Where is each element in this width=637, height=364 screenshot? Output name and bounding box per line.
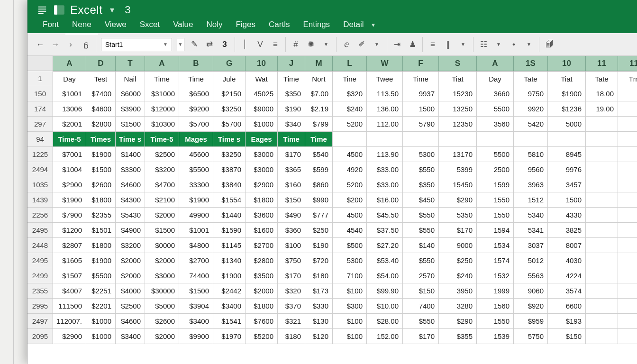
cell[interactable]: 4500 [333,147,367,162]
cell[interactable]: Tate [586,72,618,86]
row-header[interactable]: 2355 [27,283,53,299]
cell[interactable] [367,132,403,147]
cell[interactable]: 5340 [514,208,548,223]
cell[interactable]: $2251 [86,283,116,299]
cell[interactable]: 13006 [53,101,86,117]
cell[interactable]: $2500 [145,147,179,162]
cell[interactable]: 2570 [403,268,439,283]
cell[interactable] [586,132,618,147]
chevron-down-icon[interactable]: ▼ [372,39,382,50]
column-header[interactable]: B [179,56,213,71]
cell[interactable]: $16.00 [367,192,403,208]
cell[interactable]: $1145 [213,238,246,253]
cell[interactable]: 9560 [514,162,548,177]
cell[interactable]: 112007. [53,314,86,329]
cell[interactable]: 7400 [403,299,439,314]
cell[interactable]: $4007 [53,283,86,299]
cell[interactable]: 5500 [477,147,514,162]
cell[interactable]: $2.19 [305,101,333,117]
cell[interactable]: 2 [618,283,637,299]
cell[interactable]: $550 [403,223,439,238]
cell[interactable]: 1594 [477,223,514,238]
cell[interactable]: $4700 [145,177,179,192]
cell[interactable]: $1900 [213,268,246,283]
cell[interactable]: $170 [439,223,477,238]
cell[interactable]: $1000 [246,117,278,132]
cell[interactable] [586,253,618,268]
cell[interactable]: Day [53,72,86,86]
cell[interactable]: $7900 [53,208,86,223]
link2-icon[interactable]: ⅇ [341,39,352,50]
cell[interactable]: 8945 [548,147,586,162]
cell[interactable]: $180 [278,329,305,344]
cell[interactable]: $1500 [86,162,116,177]
cell[interactable]: Time s [116,132,145,147]
chevron-down-icon[interactable]: ▼ [524,39,534,50]
cell[interactable]: $3900 [116,101,145,117]
cell[interactable]: 19.00 [586,101,618,117]
cell[interactable]: 113.50 [367,86,403,101]
cell[interactable]: $2000 [246,283,278,299]
cell[interactable]: 17 [618,208,637,223]
select-all-corner[interactable] [27,56,53,71]
cell[interactable]: $193 [548,314,586,329]
indent-icon[interactable]: ⇥ [392,39,402,50]
cell[interactable]: $1501 [86,223,116,238]
cell[interactable]: $3200 [116,238,145,253]
cell[interactable]: $330 [305,299,333,314]
cell[interactable]: $100 [333,283,367,299]
cell[interactable]: $2000 [145,329,179,344]
cell[interactable]: 4540 [333,223,367,238]
chevron-right-icon[interactable]: › [65,39,76,50]
cell[interactable]: $799 [305,117,333,132]
cell[interactable]: $4600 [116,314,145,329]
column-header[interactable]: W [367,56,403,71]
cell[interactable]: 1599 [477,177,514,192]
cell[interactable]: 1550 [477,208,514,223]
cell[interactable]: $33.00 [367,162,403,177]
cell[interactable]: $355 [439,329,477,344]
cell[interactable]: $12000 [145,101,179,117]
cell[interactable]: $180 [305,268,333,283]
cell[interactable]: 1550 [477,192,514,208]
column-header[interactable]: S [439,56,477,71]
cell[interactable]: $540 [305,147,333,162]
cell[interactable] [586,268,618,283]
cell[interactable] [514,132,548,147]
cell[interactable]: $3 [618,177,637,192]
cell[interactable]: $860 [305,177,333,192]
row-header[interactable]: 150 [27,86,53,101]
cell[interactable]: $30000 [145,283,179,299]
cell[interactable]: Tate [514,72,548,86]
cell[interactable]: 6600 [548,299,586,314]
cell[interactable]: $1900 [86,147,116,162]
cell[interactable]: $200 [333,192,367,208]
row-header[interactable]: 1 [27,71,53,86]
cell[interactable]: $3870 [213,162,246,177]
cell[interactable]: 4030 [548,253,586,268]
cell[interactable]: 3560 [477,117,514,132]
cell[interactable]: 113.90 [367,147,403,162]
menu-cartls[interactable]: Cartls [262,18,296,35]
cell[interactable]: $190 [278,101,305,117]
cell[interactable]: 5200 [333,117,367,132]
cell[interactable]: Time [179,72,213,86]
column-header[interactable]: J [278,56,305,71]
cell[interactable]: $240 [333,101,367,117]
cell[interactable]: $100 [333,329,367,344]
cell[interactable]: 5012 [514,253,548,268]
cell[interactable]: $2000 [116,268,145,283]
cell[interactable]: $750 [278,253,305,268]
cell[interactable]: $53.40 [367,253,403,268]
cell[interactable]: $3250 [213,101,246,117]
cell[interactable] [586,208,618,223]
cell[interactable]: $54.00 [367,268,403,283]
cell[interactable]: 9750 [514,86,548,101]
cell[interactable]: $1500 [179,283,213,299]
cell[interactable]: $2150 [213,86,246,101]
cell[interactable]: 1550 [477,314,514,329]
cell[interactable]: Day [477,72,514,86]
cell[interactable]: $450 [403,192,439,208]
cell[interactable]: $5430 [116,208,145,223]
cell[interactable]: $2800 [246,253,278,268]
